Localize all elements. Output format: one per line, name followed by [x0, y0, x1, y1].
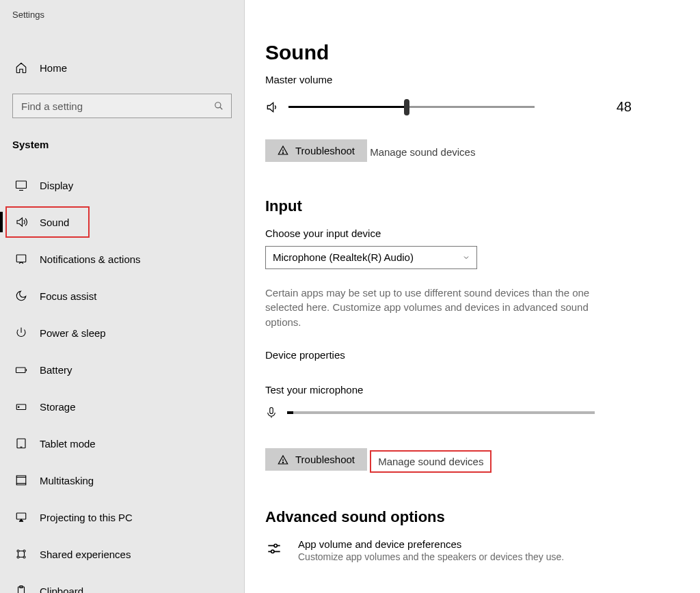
svg-point-10 [23, 550, 25, 552]
microphone-level-row [265, 405, 673, 420]
sidebar-item-shared-experiences[interactable]: Shared experiences [0, 536, 244, 573]
sidebar-item-label: Notifications & actions [40, 253, 141, 265]
master-volume-label: Master volume [265, 74, 673, 85]
search-wrap [12, 94, 232, 118]
svg-point-9 [17, 550, 19, 552]
chevron-down-icon [462, 253, 470, 262]
input-device-selected: Microphone (Realtek(R) Audio) [273, 251, 414, 263]
sidebar-item-label: Sound [40, 217, 69, 228]
svg-point-18 [274, 544, 277, 547]
battery-icon [15, 363, 36, 376]
storage-icon [15, 400, 36, 413]
home-nav[interactable]: Home [0, 54, 244, 81]
search-icon [214, 101, 224, 111]
power-icon [15, 327, 36, 339]
sidebar-item-focus-assist[interactable]: Focus assist [0, 277, 244, 314]
display-icon [15, 179, 36, 191]
sound-icon [15, 216, 36, 228]
master-volume-row: 48 [265, 99, 673, 115]
troubleshoot-label: Troubleshoot [295, 145, 355, 156]
sidebar-item-battery[interactable]: Battery [0, 351, 244, 388]
sidebar-item-clipboard[interactable]: Clipboard [0, 573, 244, 593]
notifications-icon [15, 253, 36, 265]
multitasking-icon [15, 474, 36, 486]
svg-rect-8 [16, 513, 26, 519]
manage-sound-devices-link[interactable]: Manage sound devices [378, 456, 483, 467]
advanced-heading: Advanced sound options [265, 508, 673, 526]
warning-icon [278, 454, 288, 465]
sidebar-item-notifications[interactable]: Notifications & actions [0, 240, 244, 277]
sidebar-item-projecting[interactable]: Projecting to this PC [0, 499, 244, 536]
home-label: Home [40, 62, 67, 74]
shared-icon [15, 548, 36, 560]
search-input[interactable] [12, 94, 232, 118]
focus-assist-icon [15, 290, 36, 302]
sidebar-item-storage[interactable]: Storage [0, 388, 244, 425]
sidebar-item-label: Power & sleep [40, 327, 106, 339]
sidebar-nav: Display Sound Notifications & actions Fo… [0, 167, 244, 593]
tablet-icon [15, 437, 36, 450]
svg-point-11 [17, 556, 19, 558]
settings-sidebar: Settings Home System Display Sound Notif… [0, 0, 245, 593]
projecting-icon [15, 511, 36, 523]
sidebar-item-label: Clipboard [40, 585, 83, 594]
svg-point-5 [18, 406, 20, 408]
svg-rect-16 [270, 407, 273, 413]
manage-sound-devices-link[interactable]: Manage sound devices [370, 146, 475, 158]
svg-point-12 [23, 556, 25, 558]
input-description: Certain apps may be set up to use differ… [265, 286, 600, 330]
device-properties-link[interactable]: Device properties [265, 349, 673, 361]
sidebar-item-label: Tablet mode [40, 438, 96, 450]
troubleshoot-output-button[interactable]: Troubleshoot [265, 139, 367, 162]
microphone-level-meter [287, 411, 595, 414]
microphone-icon [265, 405, 278, 420]
app-volume-preferences-link[interactable]: App volume and device preferences Custom… [265, 538, 673, 562]
test-microphone-label: Test your microphone [265, 384, 673, 396]
clipboard-icon [15, 585, 36, 593]
annotation-highlight: Manage sound devices [370, 450, 492, 473]
svg-rect-7 [16, 478, 26, 484]
main-content: Sound Master volume 48 Troubleshoot Mana… [245, 0, 700, 593]
sidebar-item-tablet-mode[interactable]: Tablet mode [0, 425, 244, 462]
warning-icon [278, 145, 288, 156]
sidebar-item-multitasking[interactable]: Multitasking [0, 462, 244, 499]
sidebar-item-label: Display [40, 180, 73, 191]
app-volume-title: App volume and device preferences [298, 538, 564, 550]
svg-rect-2 [16, 255, 26, 262]
svg-point-17 [282, 462, 283, 463]
master-volume-value: 48 [617, 99, 673, 115]
sidebar-item-label: Battery [40, 364, 72, 376]
sidebar-item-label: Focus assist [40, 290, 96, 302]
app-volume-subtitle: Customize app volumes and the speakers o… [298, 551, 564, 562]
sidebar-section-header: System [0, 118, 244, 150]
input-device-select[interactable]: Microphone (Realtek(R) Audio) [265, 246, 477, 269]
window-title: Settings [0, 10, 244, 20]
sidebar-item-display[interactable]: Display [0, 167, 244, 204]
svg-rect-1 [16, 181, 27, 189]
master-volume-slider[interactable] [288, 100, 535, 114]
home-icon [15, 61, 34, 74]
page-title: Sound [265, 41, 673, 64]
sidebar-item-sound[interactable]: Sound [0, 204, 244, 240]
choose-input-label: Choose your input device [265, 227, 673, 239]
troubleshoot-label: Troubleshoot [295, 454, 355, 465]
speaker-icon[interactable] [265, 100, 279, 114]
sliders-icon [265, 538, 287, 557]
svg-point-19 [271, 550, 274, 553]
svg-point-15 [282, 152, 283, 153]
sidebar-item-label: Multitasking [40, 475, 94, 486]
sidebar-item-label: Storage [40, 401, 76, 413]
sidebar-item-label: Shared experiences [40, 549, 131, 560]
svg-rect-3 [16, 368, 26, 373]
svg-point-0 [215, 102, 221, 108]
sidebar-item-power-sleep[interactable]: Power & sleep [0, 314, 244, 351]
sidebar-item-label: Projecting to this PC [40, 512, 133, 523]
troubleshoot-input-button[interactable]: Troubleshoot [265, 448, 367, 471]
input-heading: Input [265, 197, 673, 215]
